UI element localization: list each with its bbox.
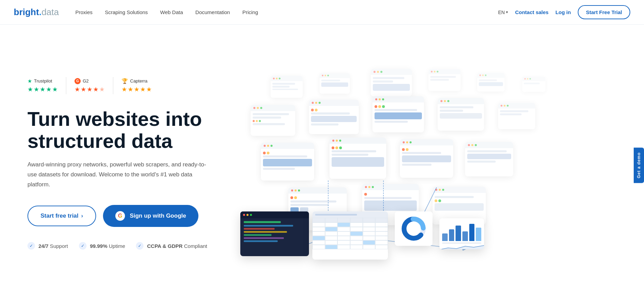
language-selector[interactable]: EN ▾ [498,10,508,15]
trust-compliance: ✓ CCPA & GDPR Compliant [136,242,207,250]
star-icon: ★ [81,86,86,93]
logo-bright: bright [14,7,39,18]
capterra-stars: ★ ★ ★ ★ ★ [122,86,152,93]
hero-left: ★ Trustpilot ★ ★ ★ ★ ★ G G2 [27,77,240,250]
hero-subheadline: Award-winning proxy networks, powerful w… [27,160,213,190]
hero-buttons: Start free trial › G Sign up with Google [27,205,240,227]
chevron-down-icon: ▾ [506,10,508,14]
trustpilot-stars: ★ ★ ★ ★ ★ [27,86,58,93]
logo-dot: . [39,7,42,18]
terminal-card [240,211,309,256]
logo-data: data [42,7,59,18]
star-icon: ★ [52,86,58,93]
hero-illustration [240,64,617,263]
check-icon: ✓ [27,242,35,250]
start-free-trial-hero-button[interactable]: Start free trial › [27,206,96,226]
star-icon: ★ [40,86,45,93]
browser-card [477,73,505,91]
star-icon: ★ [27,86,33,93]
donut-chart-card [395,211,433,246]
contact-sales-link[interactable]: Contact sales [515,9,549,15]
check-icon: ✓ [136,242,143,250]
arrow-right-icon: › [81,213,83,219]
browser-card [330,138,386,179]
star-icon: ★ [146,86,152,93]
browser-card [438,98,484,131]
star-icon: ★ [140,86,146,93]
capterra-logo-icon: 🏆 [122,78,128,84]
browser-card [320,73,350,94]
nav-pricing[interactable]: Pricing [242,9,258,15]
spreadsheet-card [312,211,388,260]
browser-card [428,69,461,91]
browser-card [522,77,545,92]
ratings-row: ★ Trustpilot ★ ★ ★ ★ ★ G G2 [27,77,240,94]
browser-card [371,69,412,96]
trust-support: ✓ 24/7 Support [27,242,68,250]
browser-card [251,105,295,136]
trustpilot-rating: ★ Trustpilot ★ ★ ★ ★ ★ [27,78,58,93]
trustpilot-brand: ★ Trustpilot [27,78,58,84]
nav-scraping-solutions[interactable]: Scraping Solutions [105,9,148,15]
browser-card [309,100,359,134]
navbar: bright.data Proxies Scraping Solutions W… [0,0,644,25]
browser-card [498,103,535,129]
bar-chart-card [439,218,484,249]
google-button-label: Sign up with Google [130,212,186,219]
trustpilot-label: Trustpilot [34,78,52,84]
browser-card [261,143,314,181]
nav-right: EN ▾ Contact sales Log in Start Free Tri… [498,5,630,19]
star-icon: ★ [122,86,127,93]
g2-stars: ★ ★ ★ ★ ★ [74,86,105,93]
capterra-brand: 🏆 Capterra [122,78,152,84]
browser-card [271,76,303,98]
star-icon: ★ [128,86,133,93]
browser-card [465,142,513,176]
hero-section: ★ Trustpilot ★ ★ ★ ★ ★ G G2 [0,25,644,295]
google-g-letter: G [118,213,122,219]
star-icon: ★ [74,86,80,93]
star-icon: ★ [34,86,39,93]
capterra-rating: 🏆 Capterra ★ ★ ★ ★ ★ [122,78,152,93]
illustration-container [240,64,617,263]
browser-card [372,96,424,132]
trust-uptime-label: 99.99% Uptime [90,243,125,249]
google-icon: G [115,211,125,221]
star-icon: ★ [93,86,99,93]
trust-support-label: 24/7 Support [38,243,68,249]
start-free-trial-button[interactable]: Start Free Trial [578,5,630,19]
rating-divider [66,77,66,94]
browser-card [400,139,453,178]
g2-label: G2 [83,78,89,84]
trust-uptime: ✓ 99.99% Uptime [79,242,125,250]
star-icon: ★ [134,86,139,93]
trial-button-label: Start free trial [41,212,79,219]
capterra-label: Capterra [130,78,148,84]
trust-badges: ✓ 24/7 Support ✓ 99.99% Uptime ✓ CCPA & … [27,242,240,250]
star-icon: ★ [87,86,92,93]
nav-links: Proxies Scraping Solutions Web Data Docu… [76,9,498,15]
nav-web-data[interactable]: Web Data [160,9,183,15]
trustpilot-star-icon: ★ [27,78,32,84]
g2-logo-icon: G [74,78,81,84]
star-icon: ★ [46,86,51,93]
star-icon: ★ [99,86,105,93]
login-link[interactable]: Log in [555,9,571,15]
g2-brand: G G2 [74,78,105,84]
rating-divider-2 [113,77,113,94]
hero-headline: Turn websites into structured data [27,108,240,152]
get-demo-tab[interactable]: Get a demo [634,148,644,183]
g2-rating: G G2 ★ ★ ★ ★ ★ [74,78,105,93]
logo[interactable]: bright.data [14,7,59,18]
language-label: EN [498,10,505,15]
nav-proxies[interactable]: Proxies [76,9,93,15]
sign-up-google-button[interactable]: G Sign up with Google [103,205,198,227]
check-icon: ✓ [79,242,87,250]
trust-compliance-label: CCPA & GDPR Compliant [147,243,207,249]
nav-documentation[interactable]: Documentation [195,9,230,15]
